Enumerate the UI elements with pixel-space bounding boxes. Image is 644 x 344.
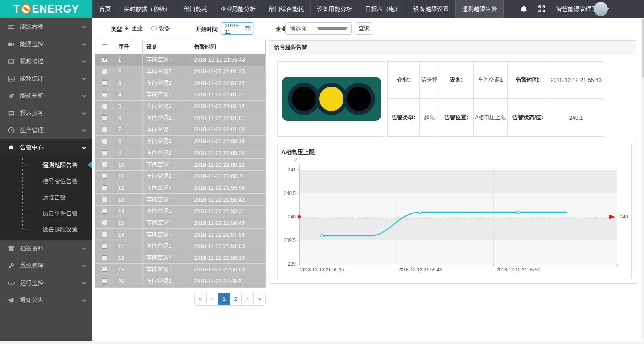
table-row[interactable]: 17车间空调12018-11-22 21:51:03 [95,240,265,252]
app-logo[interactable]: T ENERGY [0,0,92,18]
table-row[interactable]: 9车间空调22018-11-22 22:00:24 [95,147,265,159]
top-nav-item[interactable]: 设备用能分析 [310,0,359,18]
bell-icon[interactable] [520,5,528,13]
table-row[interactable]: 16车间空调12018-11-22 21:57:59 [95,229,265,240]
row-checkbox[interactable] [102,174,107,179]
chevron-down-icon [82,280,87,286]
avatar[interactable] [594,2,608,16]
row-checkbox[interactable] [102,69,107,74]
chevron-down-icon [82,263,87,268]
type-radio-option[interactable]: 设备 [151,25,170,32]
table-row[interactable]: 18车间空调12018-11-22 21:50:13 [95,252,265,264]
row-checkbox[interactable] [102,104,107,109]
sidebar-item[interactable]: 视频监控 [0,53,92,70]
row-checkbox[interactable] [102,244,107,249]
row-checkbox[interactable] [102,197,107,202]
row-checkbox[interactable] [102,278,107,284]
page-button[interactable]: › [242,293,254,305]
table-row[interactable]: 11车间空调22018-11-22 22:00:11 [95,171,265,182]
table-row[interactable]: 14车间空调12018-11-22 21:59:31 [95,206,265,217]
row-checkbox[interactable] [102,220,107,225]
fullscreen-icon[interactable] [538,5,546,13]
row-checkbox[interactable] [102,185,107,190]
start-time-input[interactable]: 2018-11 [221,22,253,35]
page-button[interactable]: » [254,293,265,305]
page-button[interactable]: ‹ [207,293,218,305]
sidebar-subitem[interactable]: 信号变位告警 [0,173,92,189]
row-checkbox[interactable] [102,255,107,260]
page-button[interactable]: 1 [218,293,230,305]
sidebar-item-label: 运行监控 [20,279,82,287]
table-row[interactable]: 10车间空调12018-11-22 22:00:22 [95,159,265,171]
top-nav-item[interactable]: 实时数据（秒级） [117,0,177,18]
row-checkbox[interactable] [102,127,107,132]
top-nav-item[interactable]: 遥测越限告警 [455,0,504,18]
row-checkbox-cell [95,182,114,194]
sidebar-item[interactable]: 能耗统计 [0,70,92,87]
sidebar-item[interactable]: 系统管理 [0,257,92,274]
sidebar-item[interactable]: 通知公告 [0,291,92,309]
sidebar-subitem[interactable]: 设备越限设置 [0,221,92,237]
table-row[interactable]: 13车间空调12018-11-22 21:59:42 [95,194,265,206]
sidebar-item[interactable]: 运行监控 [0,274,92,291]
row-device: 车间空调1 [143,194,190,205]
table-row[interactable]: 20车间空调22018-11-22 21:49:51 [95,275,265,287]
table-row[interactable]: 2车间空调22018-11-22 22:01:35 [95,66,265,78]
vertical-scrollbar[interactable] [641,18,644,341]
row-checkbox[interactable] [102,115,107,120]
table-row[interactable]: 15车间空调12018-11-22 21:58:49 [95,217,265,229]
sidebar-item[interactable]: 生产管理 [0,122,92,139]
top-nav-item[interactable]: 企业用能分析 [214,0,262,18]
page-button[interactable]: « [195,293,207,305]
svg-text:V: V [294,157,297,162]
top-nav-item[interactable]: 设备越限设置 [407,0,455,18]
row-checkbox[interactable]: ✓ [102,57,107,62]
sidebar-submenu: 遥测越限告警信号变位告警运维告警历史事件告警设备越限设置 [0,156,92,240]
top-nav-item[interactable]: 部门综合能耗 [262,0,310,18]
table-row[interactable]: 6车间空调22018-11-22 22:01:01 [95,112,265,124]
row-checkbox-cell [95,240,114,252]
top-nav-item[interactable]: 日报表（电） [359,0,407,18]
horizontal-scrollbar[interactable] [0,341,644,344]
sidebar-item[interactable]: 报表服务 [0,104,92,122]
page-button[interactable]: 2 [230,293,242,305]
clock-icon [8,127,15,134]
table-row[interactable]: 8车间空调22018-11-22 22:00:36 [95,136,265,147]
row-checkbox[interactable] [102,267,107,272]
row-checkbox[interactable] [102,92,107,97]
table-row[interactable]: 12车间空调22018-11-22 21:59:58 [95,182,265,194]
sidebar-subitem[interactable]: 遥测越限告警 [0,157,92,173]
row-checkbox[interactable] [102,80,107,86]
row-checkbox[interactable] [102,162,107,167]
type-radio-selected[interactable]: 企业 [124,25,143,32]
select-all-checkbox[interactable] [102,44,107,49]
info-label: 企业: [388,62,420,99]
sidebar-item-label: 档案资料 [20,245,82,252]
calendar-icon[interactable] [245,25,251,31]
top-nav-item[interactable]: 部门能耗 [177,0,214,18]
row-checkbox[interactable] [102,150,107,155]
row-checkbox[interactable] [102,139,107,144]
sidebar-item[interactable]: 档案资料 [0,240,92,257]
query-button[interactable]: 查询 [355,22,373,35]
sidebar-item[interactable]: 告警中心 [0,139,92,156]
table-row[interactable]: 3车间空调22018-11-22 22:01:22 [95,77,265,89]
table-row[interactable]: 5车间空调12018-11-22 22:01:12 [95,101,265,113]
row-no: 6 [114,112,143,124]
row-device: 车间空调2 [143,182,190,194]
row-checkbox[interactable] [102,209,107,214]
row-checkbox[interactable] [102,232,107,237]
row-no: 2 [114,66,143,77]
sidebar-item[interactable]: 能源看板 [0,18,92,35]
row-no: 14 [114,206,143,217]
sidebar-subitem[interactable]: 运维告警 [0,189,92,205]
table-row[interactable]: 4车间空调12018-11-22 22:01:21 [95,89,265,101]
table-row[interactable]: 19车间空调12018-11-22 21:50:03 [95,264,265,275]
enterprise-select[interactable]: 请选择 [285,22,352,35]
sidebar-subitem[interactable]: 历史事件告警 [0,205,92,221]
table-row[interactable]: ✓1车间空调12018-12-12 21:55:43 [95,54,265,66]
sidebar-item[interactable]: 能耗分析 [0,87,92,104]
table-row[interactable]: 7车间空调12018-11-22 22:01:00 [95,124,265,136]
top-nav-item[interactable]: 首页 [92,0,117,18]
sidebar-item[interactable]: 能源监控 [0,35,92,53]
